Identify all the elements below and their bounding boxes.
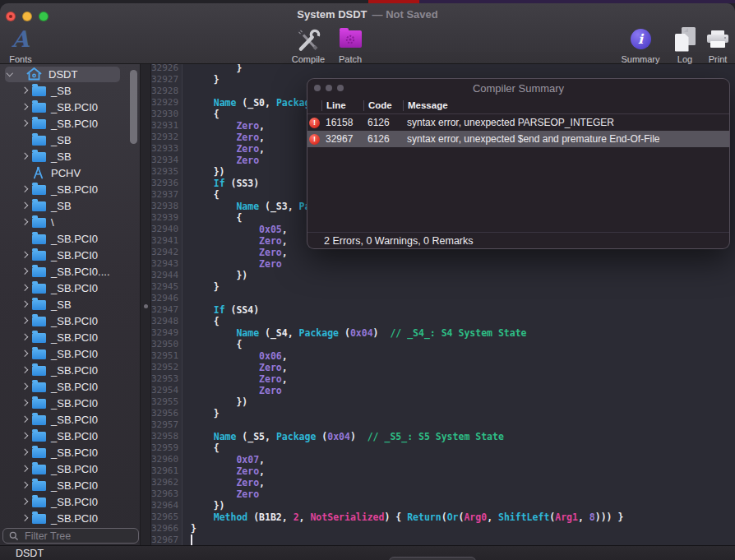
sidebar-item-sbpci0[interactable]: _SB.PCI0	[0, 395, 140, 411]
sidebar-item-sbpci0[interactable]: _SB.PCI0	[0, 345, 140, 362]
sidebar-item-root[interactable]: \	[0, 214, 140, 230]
sidebar-item-sbpci0[interactable]: _SB.PCI0	[0, 115, 140, 132]
chevron-right-icon[interactable]	[21, 400, 32, 405]
method-compass-icon	[32, 166, 51, 179]
code-line[interactable]: Method (B1B2, 2, NotSerialized) { Return…	[191, 511, 735, 523]
log-button[interactable]: Log	[668, 25, 702, 64]
sidebar-item-sbpci0[interactable]: _SB.PCI0	[0, 378, 140, 395]
print-button[interactable]: Print	[699, 25, 735, 64]
code-line[interactable]: })	[191, 500, 735, 511]
chevron-right-icon[interactable]	[21, 121, 32, 126]
sidebar-item-dsdt[interactable]: DSDT	[0, 66, 140, 82]
sidebar-item-sbpci0[interactable]: _SB.PCI0	[0, 362, 140, 378]
sidebar-item-sbpci0[interactable]: _SB.PCI0	[0, 329, 140, 345]
chevron-right-icon[interactable]	[21, 220, 32, 224]
error-row[interactable]: 329676126syntax error, unexpected $end a…	[307, 131, 729, 147]
status-popup-button[interactable]	[389, 557, 476, 560]
code-line[interactable]: })	[191, 396, 735, 408]
code-line[interactable]: Zero,	[191, 477, 735, 488]
code-line[interactable]: Name (_S4, Package (0x04) // _S4_: S4 Sy…	[191, 327, 735, 339]
chevron-right-icon[interactable]	[21, 417, 32, 422]
column-message[interactable]: Message	[403, 100, 729, 111]
chevron-right-icon[interactable]	[21, 335, 32, 340]
code-line[interactable]: }	[191, 408, 735, 419]
fonts-button[interactable]: A Fonts	[2, 25, 39, 64]
sidebar-item-sbpci0[interactable]: _SB.PCI0	[0, 99, 140, 115]
column-code[interactable]: Code	[363, 100, 403, 111]
sidebar-item-sb[interactable]: _SB	[0, 82, 140, 99]
sidebar-item-sbpci0[interactable]: _SB.PCI0	[0, 181, 140, 197]
panel-zoom-button[interactable]	[337, 85, 344, 91]
code-line[interactable]: Zero,	[191, 362, 735, 373]
sidebar-item-pchv[interactable]: PCHV	[0, 164, 140, 181]
chevron-right-icon[interactable]	[21, 466, 32, 471]
code-line[interactable]: Zero,	[191, 373, 735, 385]
code-line[interactable]: {	[191, 339, 735, 350]
sidebar-scrollbar-thumb[interactable]	[130, 70, 137, 144]
sidebar-item-sb[interactable]: _SB	[0, 197, 140, 214]
chevron-right-icon[interactable]	[21, 104, 32, 109]
chevron-right-icon[interactable]	[21, 203, 32, 208]
sidebar-item-sbpci0[interactable]: _SB.PCI0	[0, 230, 140, 247]
chevron-right-icon[interactable]	[21, 285, 32, 290]
compile-button[interactable]: Compile	[284, 25, 332, 64]
sidebar-item-sbpci0[interactable]: _SB.PCI0	[0, 428, 140, 444]
chevron-right-icon[interactable]	[21, 88, 32, 93]
code-line[interactable]: 0x06,	[191, 350, 735, 362]
chevron-right-icon[interactable]	[21, 516, 32, 521]
code-line[interactable]: Zero	[191, 258, 735, 270]
code-line[interactable]: }	[191, 523, 735, 535]
code-line[interactable]	[191, 535, 735, 545]
chevron-right-icon[interactable]	[21, 318, 32, 323]
chevron-right-icon[interactable]	[21, 368, 32, 373]
sidebar-item-sb[interactable]: _SB	[0, 132, 140, 148]
code-line[interactable]: }	[191, 64, 735, 74]
code-line[interactable]	[191, 419, 735, 431]
column-line[interactable]: Line	[321, 100, 363, 111]
patch-button[interactable]: Patch	[329, 25, 372, 64]
chevron-right-icon[interactable]	[21, 499, 32, 504]
summary-icon-wrap: i	[631, 25, 651, 53]
code-line[interactable]: If (SS4)	[191, 304, 735, 316]
error-row[interactable]: 161586126syntax error, unexpected PARSEO…	[307, 114, 729, 131]
code-line[interactable]	[191, 293, 735, 304]
sidebar-item-sbpci0[interactable]: _SB.PCI0	[0, 493, 140, 510]
chevron-right-icon[interactable]	[21, 433, 32, 438]
chevron-right-icon[interactable]	[21, 187, 32, 192]
chevron-down-icon[interactable]	[7, 72, 18, 76]
chevron-right-icon[interactable]	[21, 269, 32, 274]
chevron-right-icon[interactable]	[21, 302, 32, 307]
sidebar-item-sbpci0[interactable]: _SB.PCI0	[0, 280, 140, 296]
code-line[interactable]: Zero	[191, 385, 735, 396]
code-line[interactable]: })	[191, 270, 735, 281]
sidebar-item-sbpci0[interactable]: _SB.PCI0	[0, 312, 140, 329]
panel-close-button[interactable]	[314, 85, 321, 91]
sidebar-item-sbpci0[interactable]: _SB.PCI0	[0, 460, 140, 477]
code-line[interactable]: Zero,	[191, 465, 735, 477]
code-line[interactable]: }	[191, 281, 735, 293]
sidebar-item-sb[interactable]: _SB	[0, 148, 140, 164]
code-line[interactable]: Name (_S5, Package (0x04) // _S5_: S5 Sy…	[191, 431, 735, 442]
filter-tree-input[interactable]	[23, 530, 122, 543]
summary-button[interactable]: i Summary	[617, 25, 664, 64]
chevron-right-icon[interactable]	[21, 483, 32, 488]
code-line[interactable]: Zero	[191, 488, 735, 500]
sidebar-item-sb[interactable]: _SB	[0, 296, 140, 312]
panel-minimize-button[interactable]	[326, 85, 332, 91]
code-line[interactable]: {	[191, 442, 735, 454]
chevron-right-icon[interactable]	[21, 252, 32, 257]
code-line[interactable]: {	[191, 316, 735, 327]
pane-splitter[interactable]	[140, 64, 151, 545]
sidebar-item-sbpci0[interactable]: _SB.PCI0	[0, 444, 140, 460]
sidebar-item-sbpci0[interactable]: _SB.PCI0	[0, 411, 140, 428]
chevron-right-icon[interactable]	[21, 450, 32, 455]
sidebar-item-sbpci0[interactable]: _SB.PCI0....	[0, 263, 140, 280]
sidebar-item-sbpci0[interactable]: _SB.PCI0	[0, 510, 140, 526]
error-badge-icon	[309, 134, 320, 145]
code-line[interactable]: 0x07,	[191, 454, 735, 465]
chevron-right-icon[interactable]	[21, 384, 32, 389]
chevron-right-icon[interactable]	[21, 351, 32, 356]
sidebar-item-sbpci0[interactable]: _SB.PCI0	[0, 477, 140, 493]
sidebar-item-sbpci0[interactable]: _SB.PCI0	[0, 247, 140, 263]
chevron-right-icon[interactable]	[21, 154, 32, 159]
